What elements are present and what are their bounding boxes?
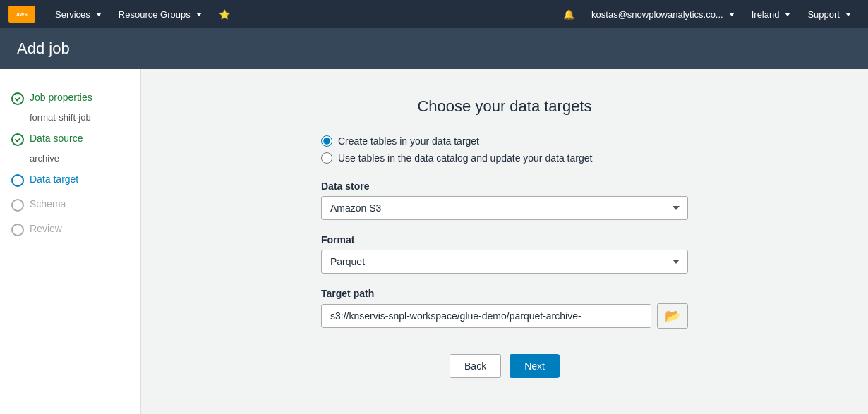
sidebar-item-data-source[interactable]: Data source [0, 127, 140, 152]
button-row: Back Next [321, 354, 688, 378]
user-chevron-icon [729, 13, 735, 16]
bell-icon: 🔔 [563, 9, 574, 20]
resource-groups-label: Resource Groups [119, 9, 191, 20]
radio-create-tables-input[interactable] [321, 135, 332, 147]
radio-group: Create tables in your data target Use ta… [321, 135, 688, 164]
resource-groups-chevron-icon [196, 13, 202, 16]
services-label: Services [55, 9, 90, 20]
radio-create-tables[interactable]: Create tables in your data target [321, 135, 688, 147]
sidebar-item-review[interactable]: Review [0, 217, 140, 242]
content-area: Choose your data targets Create tables i… [141, 69, 868, 414]
nav-right: 🔔 kostas@snowplowanalytics.co... Ireland… [555, 0, 860, 28]
bookmark-icon: ⭐ [219, 9, 230, 20]
data-target-status-icon [11, 174, 24, 187]
folder-icon: 📂 [665, 308, 680, 324]
section-title: Choose your data targets [321, 97, 688, 116]
review-status-icon [11, 224, 24, 236]
sidebar-item-schema[interactable]: Schema [0, 193, 140, 217]
target-path-input[interactable] [321, 304, 651, 328]
data-source-label: Data source [30, 133, 83, 144]
radio-use-catalog-label: Use tables in the data catalog and updat… [338, 152, 592, 164]
main-layout: Job properties format-shift-job Data sou… [0, 69, 868, 414]
target-path-field: Target path 📂 [321, 288, 688, 329]
resource-groups-menu[interactable]: Resource Groups [110, 0, 210, 28]
target-path-row: 📂 [321, 303, 688, 329]
navbar: aws Services Resource Groups ⭐ 🔔 kostas@… [0, 0, 868, 28]
user-menu[interactable]: kostas@snowplowanalytics.co... [583, 0, 743, 28]
data-target-label: Data target [30, 173, 78, 185]
format-select[interactable]: Parquet JSON CSV Avro ORC [321, 250, 688, 274]
format-field: Format Parquet JSON CSV Avro ORC [321, 234, 688, 274]
review-label: Review [30, 223, 62, 234]
sidebar-item-job-properties[interactable]: Job properties [0, 86, 140, 111]
format-select-wrapper: Parquet JSON CSV Avro ORC [321, 250, 688, 274]
page-header: Add job [0, 28, 868, 69]
support-label: Support [807, 9, 840, 20]
services-menu[interactable]: Services [47, 0, 110, 28]
next-button[interactable]: Next [510, 354, 560, 378]
schema-status-icon [11, 199, 24, 212]
content-inner: Choose your data targets Create tables i… [321, 97, 688, 378]
target-path-label: Target path [321, 288, 688, 299]
support-menu[interactable]: Support [799, 0, 860, 28]
user-email: kostas@snowplowanalytics.co... [591, 9, 723, 20]
services-chevron-icon [96, 13, 102, 16]
job-properties-sublabel: format-shift-job [0, 111, 140, 127]
data-source-status-icon [11, 133, 24, 146]
folder-browse-button[interactable]: 📂 [657, 303, 688, 329]
sidebar-item-data-target[interactable]: Data target [0, 168, 140, 193]
radio-use-catalog-input[interactable] [321, 152, 332, 164]
page-title: Add job [17, 39, 851, 58]
radio-create-tables-label: Create tables in your data target [338, 135, 479, 147]
sidebar: Job properties format-shift-job Data sou… [0, 69, 141, 414]
schema-label: Schema [30, 198, 66, 209]
support-chevron-icon [845, 13, 851, 16]
data-store-select[interactable]: Amazon S3 JDBC DynamoDB [321, 196, 688, 220]
aws-logo[interactable]: aws [8, 6, 35, 23]
bookmark-icon-btn[interactable]: ⭐ [210, 0, 239, 28]
data-source-sublabel: archive [0, 152, 140, 168]
job-properties-label: Job properties [30, 92, 92, 103]
region-label: Ireland [752, 9, 780, 20]
region-menu[interactable]: Ireland [743, 0, 800, 28]
format-label: Format [321, 234, 688, 245]
notifications-btn[interactable]: 🔔 [555, 0, 583, 28]
data-store-select-wrapper: Amazon S3 JDBC DynamoDB [321, 196, 688, 220]
job-properties-status-icon [11, 92, 24, 105]
radio-use-catalog[interactable]: Use tables in the data catalog and updat… [321, 152, 688, 164]
data-store-label: Data store [321, 181, 688, 192]
back-button[interactable]: Back [450, 354, 501, 378]
svg-text:aws: aws [16, 11, 28, 18]
region-chevron-icon [785, 13, 790, 16]
data-store-field: Data store Amazon S3 JDBC DynamoDB [321, 181, 688, 220]
